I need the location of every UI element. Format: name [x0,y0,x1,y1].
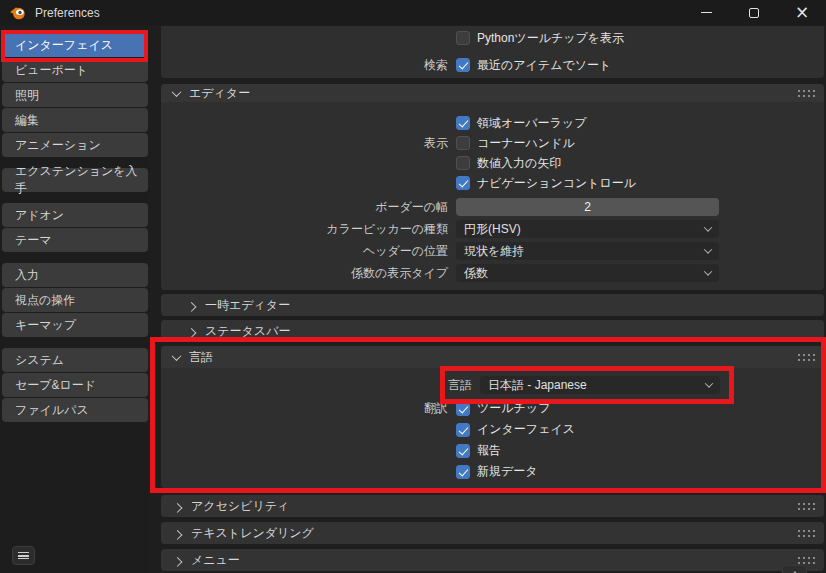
header-position-row: ヘッダーの位置 現状を維持 [161,242,824,260]
checkbox-translate-tooltips[interactable] [456,402,470,416]
checkbox-label: 数値入力の矢印 [477,155,561,172]
panel-grip-icon[interactable] [798,90,815,97]
checkbox-label: Pythonツールチップを表示 [477,30,624,47]
checkbox-sort-by-recent[interactable] [456,58,470,72]
field-value: 係数 [464,265,488,282]
field-value: 円形(HSV) [464,221,521,238]
sidebar-item-label: 編集 [15,112,39,129]
checkbox-translate-new-data[interactable] [456,465,470,479]
region-overlap-row: 領域オーバーラップ [161,113,824,133]
checkbox-label: ツールチップ [477,400,550,417]
chevron-down-icon [704,245,712,253]
border-width-row: ボーダーの幅 2 [161,198,824,216]
chevron-down-icon [704,223,712,231]
sidebar-tabs: インターフェイス ビューポート 照明 編集 アニメーション エクステンションを入… [0,25,148,422]
checkbox-label: コーナーハンドル [477,135,575,152]
sidebar-item-editing[interactable]: 編集 [2,108,148,132]
sidebar-item-label: キーマップ [15,317,76,334]
minimize-button[interactable] [682,0,730,25]
sidebar-item-get-extensions[interactable]: エクステンションを入手 [2,168,148,192]
field-value: 現状を維持 [464,243,524,260]
chevron-right-icon [173,502,183,512]
checkbox-label: 領域オーバーラップ [477,115,586,132]
factor-display-type-row: 係数の表示タイプ 係数 [161,264,824,282]
sidebar-item-label: アドオン [15,207,64,224]
sidebar-item-addons[interactable]: アドオン [2,203,148,227]
close-icon: × [795,4,809,21]
header-position-select[interactable]: 現状を維持 [456,242,719,260]
titlebar: Preferences × [0,0,826,25]
menus-panel-header[interactable]: メニュー [161,549,824,571]
panel-grip-icon[interactable] [798,557,815,564]
sidebar-item-lights[interactable]: 照明 [2,83,148,107]
sidebar: インターフェイス ビューポート 照明 編集 アニメーション エクステンションを入… [0,25,148,573]
temp-editors-subpanel-header[interactable]: 一時エディター [161,294,824,316]
close-button[interactable]: × [778,0,826,25]
sidebar-item-label: 照明 [15,87,39,104]
sidebar-item-navigation[interactable]: 視点の操作 [2,288,148,312]
field-value: 日本語 - Japanese [488,377,587,394]
checkbox-label: 最近のアイテムでソート [477,57,611,74]
sidebar-item-system[interactable]: システム [2,348,148,372]
editors-panel: エディター 領域オーバーラップ 表示 コーナーハンドル 数値入力の矢印 [161,84,824,290]
panel-title: アクセシビリティ [191,498,289,515]
maximize-button[interactable] [730,0,778,25]
panel-grip-icon[interactable] [798,530,815,537]
number-arrows-row: 数値入力の矢印 [161,153,824,173]
sidebar-item-file-paths[interactable]: ファイルパス [2,398,148,422]
panel-grip-icon[interactable] [798,354,815,361]
checkbox-corner-handles[interactable] [456,136,470,150]
translate-rows: 翻訳 ツールチップ インターフェイス 報告 新規データ [161,398,824,482]
checkbox-label: インターフェイス [477,421,575,438]
window-controls: × [682,0,826,25]
border-width-input[interactable]: 2 [456,198,719,216]
checkbox-translate-reports[interactable] [456,444,470,458]
sidebar-item-keymap[interactable]: キーマップ [2,313,148,337]
sidebar-item-themes[interactable]: テーマ [2,228,148,252]
status-bar-subpanel-header[interactable]: ステータスバー [161,320,824,342]
translate-reports-row: 報告 [161,440,824,461]
editors-panel-body: 領域オーバーラップ 表示 コーナーハンドル 数値入力の矢印 ナビゲーションコント… [161,102,824,282]
row-label: カラーピッカーの種類 [161,221,448,238]
editors-panel-header[interactable]: エディター [161,84,824,102]
sidebar-item-label: インターフェイス [15,37,113,54]
sidebar-item-label: セーブ&ロード [15,377,96,394]
checkbox-navigation-controls[interactable] [456,176,470,190]
language-panel: 言語 言語 日本語 - Japanese 翻訳 ツールチップ インターフェイス [161,346,824,488]
field-value: 2 [584,200,591,214]
chevron-down-icon [172,87,182,97]
translate-tooltips-row: 翻訳 ツールチップ [161,398,824,419]
sidebar-group-input: 入力 視点の操作 キーマップ [0,263,148,337]
scroll-up-indicator[interactable] [782,565,807,573]
preferences-main: Pythonツールチップを表示 検索 最近のアイテムでソート エディター 領域オ… [148,25,826,573]
display-panel-partial: Pythonツールチップを表示 検索 最近のアイテムでソート [161,26,824,78]
panel-title: 言語 [189,349,213,366]
sidebar-item-interface[interactable]: インターフェイス [2,33,148,57]
sidebar-item-viewport[interactable]: ビューポート [2,58,148,82]
sidebar-item-label: 入力 [15,267,39,284]
language-select[interactable]: 日本語 - Japanese [480,376,720,394]
text-rendering-panel-header[interactable]: テキストレンダリング [161,522,824,544]
editor-fields: ボーダーの幅 2 カラーピッカーの種類 円形(HSV) ヘッダーの位置 現状を維… [161,198,824,282]
chevron-right-icon [187,327,197,337]
chevron-right-icon [187,301,197,311]
panel-title: 一時エディター [205,297,290,314]
sidebar-item-animation[interactable]: アニメーション [2,133,148,157]
checkbox-number-input-arrows[interactable] [456,156,470,170]
language-panel-header[interactable]: 言語 [161,346,824,368]
accessibility-panel-header[interactable]: アクセシビリティ [161,495,824,517]
checkbox-translate-interface[interactable] [456,423,470,437]
panel-title: メニュー [191,552,240,569]
blender-logo-icon [9,4,26,21]
editor-menu-button[interactable] [12,546,35,565]
checkbox-region-overlap[interactable] [456,116,470,130]
panel-grip-icon[interactable] [798,503,815,510]
sidebar-item-save-load[interactable]: セーブ&ロード [2,373,148,397]
color-picker-type-select[interactable]: 円形(HSV) [456,220,719,238]
chevron-down-icon [705,379,713,387]
checkbox-python-tooltips[interactable] [456,31,470,45]
sidebar-item-input[interactable]: 入力 [2,263,148,287]
chevron-down-icon [172,351,182,361]
sidebar-item-label: ファイルパス [15,402,89,419]
factor-display-type-select[interactable]: 係数 [456,264,719,282]
